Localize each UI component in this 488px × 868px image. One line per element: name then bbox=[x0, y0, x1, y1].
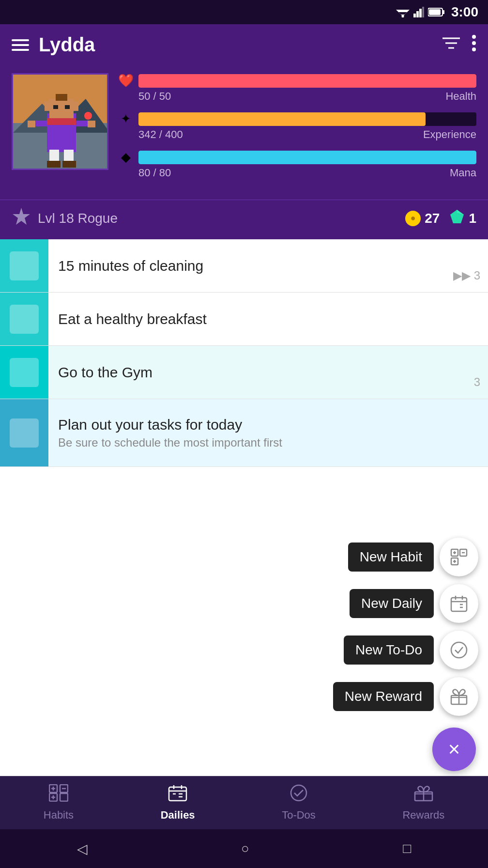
nav-dailies[interactable]: Dailies bbox=[151, 779, 205, 826]
task-checkbox[interactable] bbox=[10, 251, 39, 280]
nav-todos-label: To-Dos bbox=[282, 809, 316, 822]
more-button[interactable] bbox=[472, 34, 476, 56]
hamburger-line3 bbox=[12, 49, 29, 51]
mana-icon: ◆ bbox=[118, 150, 134, 165]
nav-habits-label: Habits bbox=[44, 809, 74, 822]
habits-nav-icon bbox=[49, 784, 68, 806]
health-label: Health bbox=[445, 90, 476, 103]
coin-icon: ● bbox=[405, 211, 421, 226]
svg-rect-7 bbox=[422, 7, 424, 17]
svg-rect-67 bbox=[60, 793, 68, 801]
svg-point-14 bbox=[472, 35, 476, 39]
health-bar-bg bbox=[138, 74, 476, 88]
rewards-icon bbox=[414, 784, 433, 802]
nav-todos[interactable]: To-Dos bbox=[272, 779, 325, 826]
svg-rect-25 bbox=[53, 105, 58, 109]
svg-marker-38 bbox=[13, 208, 30, 225]
character-section: ❤️ 50 / 50 Health ✦ bbox=[0, 65, 488, 200]
fab-new-daily[interactable]: New Daily bbox=[350, 584, 478, 623]
battery-icon bbox=[428, 7, 445, 17]
svg-point-37 bbox=[84, 112, 92, 120]
fab-daily-button[interactable] bbox=[440, 584, 478, 623]
exp-label: Experience bbox=[423, 128, 476, 141]
fab-todo-button[interactable] bbox=[440, 631, 478, 669]
gems-value: 1 bbox=[469, 211, 476, 226]
fab-new-todo[interactable]: New To-Do bbox=[344, 631, 478, 669]
task-item[interactable]: Eat a healthy breakfast bbox=[0, 293, 488, 346]
filter-button[interactable] bbox=[442, 36, 460, 54]
app-header: Lydda bbox=[0, 24, 488, 65]
fab-daily-label[interactable]: New Daily bbox=[350, 589, 434, 618]
mana-labels: 80 / 80 Mana bbox=[118, 167, 476, 179]
reward-icon bbox=[449, 687, 469, 706]
task-counter: 3 bbox=[474, 375, 488, 388]
exp-icon: ✦ bbox=[118, 111, 134, 126]
svg-rect-30 bbox=[28, 121, 35, 127]
svg-rect-49 bbox=[451, 598, 467, 611]
daily-icon bbox=[449, 594, 469, 613]
habits-icon bbox=[49, 784, 68, 802]
rogue-class-icon bbox=[12, 207, 31, 226]
task-meta: ▶▶ 3 bbox=[453, 269, 488, 292]
habit-icon bbox=[449, 547, 469, 567]
rewards-nav-icon bbox=[414, 784, 433, 806]
task-streak: ▶▶ 3 bbox=[453, 269, 488, 282]
recents-button[interactable]: □ bbox=[403, 841, 411, 856]
svg-rect-34 bbox=[47, 161, 61, 168]
app-title: Lydda bbox=[39, 34, 95, 56]
level-info: Lvl 18 Rogue bbox=[12, 207, 118, 230]
character-stats: ❤️ 50 / 50 Health ✦ bbox=[118, 73, 476, 188]
mana-bar-fill bbox=[138, 151, 476, 164]
character-sprite bbox=[13, 75, 108, 170]
svg-rect-24 bbox=[73, 101, 78, 111]
fab-reward-button[interactable] bbox=[440, 677, 478, 716]
gems-display: 1 bbox=[449, 209, 476, 228]
task-color-bar bbox=[0, 239, 48, 292]
task-checkbox[interactable] bbox=[10, 305, 39, 334]
nav-habits[interactable]: Habits bbox=[34, 779, 83, 826]
svg-point-16 bbox=[472, 47, 476, 51]
fab-close-button[interactable]: × bbox=[432, 728, 476, 771]
fab-new-reward[interactable]: New Reward bbox=[333, 677, 478, 716]
task-item[interactable]: 15 minutes of cleaning ▶▶ 3 bbox=[0, 239, 488, 293]
exp-bar-bg bbox=[138, 112, 476, 126]
character-avatar[interactable] bbox=[12, 73, 108, 170]
svg-rect-22 bbox=[49, 99, 74, 121]
wifi-icon bbox=[396, 7, 410, 17]
todo-icon bbox=[449, 640, 469, 660]
coins-value: 27 bbox=[425, 211, 440, 226]
menu-button[interactable] bbox=[12, 39, 29, 51]
nav-dailies-label: Dailies bbox=[161, 809, 195, 822]
hamburger-line2 bbox=[12, 44, 29, 46]
mana-label: Mana bbox=[450, 167, 476, 179]
filter-icon bbox=[442, 36, 460, 50]
task-title: Eat a healthy breakfast bbox=[58, 311, 478, 327]
bottom-navigation: Habits Dailies To-Dos bbox=[0, 776, 488, 829]
fab-todo-label[interactable]: New To-Do bbox=[344, 636, 434, 665]
task-checkbox[interactable] bbox=[10, 358, 39, 387]
fab-habit-button[interactable] bbox=[440, 538, 478, 576]
health-row: ❤️ 50 / 50 Health bbox=[118, 73, 476, 103]
more-dots-icon bbox=[472, 34, 476, 52]
task-title: Plan out your tasks for today bbox=[58, 417, 478, 433]
level-text: Lvl 18 Rogue bbox=[38, 211, 118, 226]
task-checkbox[interactable] bbox=[10, 418, 39, 448]
signal-icon bbox=[413, 7, 424, 17]
nav-rewards[interactable]: Rewards bbox=[393, 779, 454, 826]
task-content: Eat a healthy breakfast bbox=[48, 293, 488, 345]
task-color-bar bbox=[0, 346, 48, 399]
svg-rect-10 bbox=[429, 9, 441, 15]
home-button[interactable]: ○ bbox=[241, 841, 249, 856]
exp-value: 342 / 400 bbox=[138, 128, 183, 141]
task-item[interactable]: Plan out your tasks for today Be sure to… bbox=[0, 399, 488, 467]
status-icons bbox=[396, 7, 445, 17]
health-labels: 50 / 50 Health bbox=[118, 90, 476, 103]
task-item[interactable]: Go to the Gym 3 bbox=[0, 346, 488, 399]
fab-new-habit[interactable]: New Habit bbox=[348, 538, 478, 576]
back-button[interactable]: ◁ bbox=[77, 841, 88, 857]
svg-rect-26 bbox=[65, 105, 70, 109]
todos-icon bbox=[289, 784, 308, 802]
fab-habit-label[interactable]: New Habit bbox=[348, 542, 434, 572]
fab-reward-label[interactable]: New Reward bbox=[333, 682, 434, 711]
nav-rewards-label: Rewards bbox=[402, 809, 444, 822]
